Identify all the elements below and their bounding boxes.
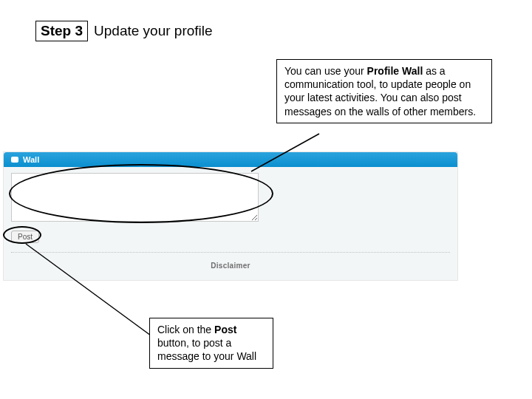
step-badge: Step 3 (35, 21, 88, 41)
callout-text: Click on the (157, 324, 214, 335)
disclaimer-link[interactable]: Disclaimer (4, 262, 457, 280)
callout-text: button, to post a message to your Wall (157, 337, 256, 362)
callout-text: You can use your (284, 65, 367, 77)
step-header: Step 3 Update your profile (35, 21, 213, 41)
wall-message-input[interactable] (11, 173, 259, 222)
callout-bold: Post (214, 324, 236, 335)
wall-header-bar: Wall (4, 152, 457, 167)
callout-profile-wall: You can use your Profile Wall as a commu… (276, 59, 492, 123)
callout-bold: Profile Wall (367, 65, 423, 77)
page-title: Update your profile (94, 23, 213, 39)
callout-post-button: Click on the Post button, to post a mess… (149, 318, 273, 369)
post-button[interactable]: Post (11, 231, 39, 243)
speech-bubble-icon (11, 157, 18, 163)
wall-title: Wall (23, 155, 39, 164)
divider (11, 252, 450, 253)
app-screenshot: Wall Post Disclaimer (3, 151, 458, 281)
